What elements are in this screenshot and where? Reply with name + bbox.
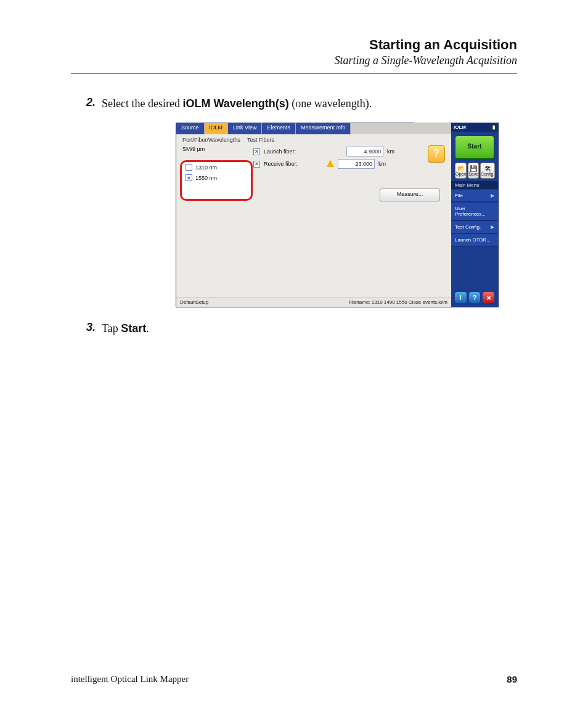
receive-fiber-value[interactable]: 23.000 <box>338 159 375 169</box>
save-button[interactable]: 💾Save <box>468 163 479 179</box>
app-screenshot: ✓ Pass Source iOLM Link View Elements Me… <box>176 123 499 307</box>
open-button[interactable]: 📂Open <box>455 163 467 179</box>
wavelength-1310[interactable]: 1310 nm <box>182 162 251 172</box>
config-label: Config. <box>481 172 494 176</box>
step-text: Select the desired iOLM Wavelength(s) (o… <box>102 96 372 112</box>
chevron-right-icon: ▶ <box>491 224 494 230</box>
open-label: Open <box>455 172 466 176</box>
window-menu-icon[interactable]: ▮ <box>491 124 497 131</box>
folder-open-icon: 📂 <box>457 166 465 172</box>
checkbox-receive-fiber[interactable]: × <box>253 161 260 168</box>
wavelength-1550[interactable]: × 1550 nm <box>182 172 251 183</box>
step-number: 2. <box>71 96 102 112</box>
checkbox-launch-fiber[interactable]: × <box>253 148 260 155</box>
brand-label: iOLM <box>454 123 466 132</box>
checkbox-1550[interactable]: × <box>186 174 192 181</box>
step-bold: Start <box>121 322 146 335</box>
tab-iolm[interactable]: iOLM <box>205 123 229 134</box>
tab-bar: Source iOLM Link View Elements Measureme… <box>176 123 451 134</box>
start-button[interactable]: Start <box>455 136 494 159</box>
app-main-panel: Source iOLM Link View Elements Measureme… <box>176 123 451 307</box>
status-left: DefaultSetup <box>180 298 208 307</box>
menu-label: User Preferences... <box>455 206 494 217</box>
toolbar: 📂Open 💾Save 🛠Config. <box>455 163 494 179</box>
menu-label: Test Config. <box>455 224 481 230</box>
footer-product: intelligent Optical Link Mapper <box>71 674 189 684</box>
close-button[interactable]: ✕ <box>483 292 494 303</box>
receive-fiber-unit: km <box>378 161 386 167</box>
warning-icon <box>327 160 334 167</box>
measure-button[interactable]: Measure... <box>380 189 440 201</box>
step-2: 2. Select the desired iOLM Wavelength(s)… <box>71 96 517 112</box>
launch-fiber-label: Launch fiber: <box>264 148 302 155</box>
section-headers: Port/Fiber/Wavelengths Test Fibers <box>176 134 451 144</box>
test-fibers-label: Test Fibers <box>247 137 274 143</box>
gear-icon: 🛠 <box>484 166 491 172</box>
page-number: 89 <box>507 674 517 684</box>
step-post: (one wavelength). <box>289 97 372 110</box>
step-text: Tap Start. <box>102 321 149 336</box>
page-footer: intelligent Optical Link Mapper 89 <box>71 674 517 684</box>
save-icon: 💾 <box>470 166 477 172</box>
app-brand: iOLM ▮ <box>451 123 498 132</box>
wavelength-label: 1550 nm <box>195 175 217 181</box>
tab-elements[interactable]: Elements <box>262 123 296 134</box>
wavelength-label: 1310 nm <box>195 164 217 171</box>
menu-launch-otdr[interactable]: Launch OTDR... <box>451 233 498 246</box>
section-subtitle: Starting a Single-Wavelength Acquisition <box>71 54 517 67</box>
checkbox-1310[interactable] <box>186 164 192 171</box>
tab-link-view[interactable]: Link View <box>228 123 262 134</box>
step-number: 3. <box>71 321 102 336</box>
step-pre: Tap <box>102 322 121 335</box>
status-bar: DefaultSetup Filename: 1310 1490 1550 Cl… <box>176 298 451 307</box>
launch-fiber-row: × Launch fiber: 4.9000 km <box>253 147 394 156</box>
receive-fiber-label: Receive fiber: <box>264 161 302 167</box>
menu-user-preferences[interactable]: User Preferences... <box>451 202 498 221</box>
content-area: SM/9 µm 1310 nm × 1550 nm × Launch fiber… <box>176 144 451 298</box>
tab-source[interactable]: Source <box>176 123 205 134</box>
launch-fiber-unit: km <box>387 148 394 155</box>
config-button[interactable]: 🛠Config. <box>480 163 495 179</box>
menu-label: Launch OTDR... <box>455 237 491 243</box>
step-3: 3. Tap Start. <box>71 321 517 336</box>
menu-test-config[interactable]: Test Config.▶ <box>451 221 498 233</box>
step-post: . <box>146 322 149 335</box>
chevron-right-icon: ▶ <box>491 193 494 198</box>
menu-label: File <box>455 193 463 198</box>
receive-fiber-row: × Receive fiber: 23.000 km <box>253 159 386 169</box>
save-label: Save <box>468 172 478 176</box>
header-rule <box>71 73 517 74</box>
status-right: Filename: 1310 1490 1550 Close events.io… <box>348 298 447 307</box>
bottom-button-bar: i ? ✕ <box>451 290 498 307</box>
help-icon[interactable]: ? <box>428 145 445 163</box>
chapter-title: Starting an Acquisition <box>71 37 517 53</box>
launch-fiber-value[interactable]: 4.9000 <box>346 147 383 156</box>
main-menu-header: Main Menu <box>451 181 498 189</box>
app-side-panel: iOLM ▮ Start 📂Open 💾Save 🛠Config. Main M… <box>451 123 498 307</box>
info-button[interactable]: i <box>455 292 467 303</box>
step-bold: iOLM Wavelength(s) <box>182 97 288 110</box>
menu-file[interactable]: File▶ <box>451 189 498 202</box>
help-button[interactable]: ? <box>469 292 481 303</box>
port-fiber-wavelengths-label: Port/Fiber/Wavelengths <box>182 137 247 143</box>
tab-measurement-info[interactable]: Measurement Info <box>296 123 351 134</box>
wavelength-highlight: 1310 nm × 1550 nm <box>180 160 253 201</box>
step-pre: Select the desired <box>102 97 182 110</box>
